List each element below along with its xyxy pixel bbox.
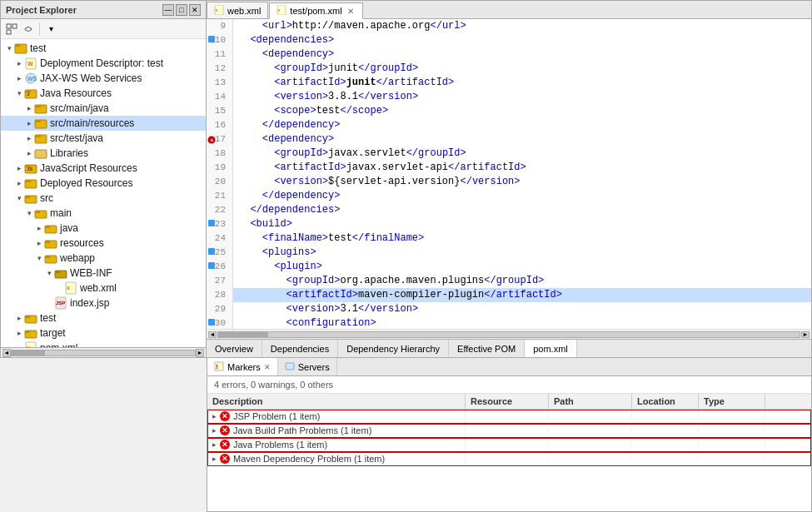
expand-java[interactable]: ▸ [34,224,44,232]
code-line-21: 21 </dependency> [207,189,811,203]
tab-test-pom[interactable]: x test/pom.xml ✕ [269,2,362,19]
tab-dependencies[interactable]: Dependencies [262,340,338,357]
tree-item-test-folder[interactable]: ▸ test [1,311,206,326]
line-content-27: <groupId>org.apache.maven.plugins</group… [233,274,811,288]
link-editor-button[interactable] [21,22,36,37]
expand-arrow-java[interactable]: ▸ [212,440,217,449]
tree-item-web-xml[interactable]: x web.xml [1,281,206,296]
line-content-25: <plugins> [233,246,811,260]
svg-rect-43 [25,331,30,333]
tree-item-index-jsp[interactable]: JSP index.jsp [1,296,206,311]
expand-arrow-jsp[interactable]: ▸ [212,412,217,420]
tree-item-src-main-resources[interactable]: ▸ src/main/resources [1,116,206,131]
editor-hscroll[interactable]: ◄ ► [207,329,811,339]
tree-item-pom-xml[interactable]: x pom.xml [1,341,206,347]
expand-libraries[interactable]: ▸ [24,149,34,157]
expand-java-resources[interactable]: ▾ [14,89,24,97]
expand-main[interactable]: ▾ [24,209,34,217]
tree-item-src-main-java[interactable]: ▸ src/main/java [1,101,206,116]
minimize-button[interactable]: — [162,4,174,16]
code-line-13: 13 <artifactId>junit</artifactId> [207,76,811,90]
hscroll-left-button[interactable]: ◄ [208,331,217,338]
tree-item-web-inf[interactable]: ▾ WEB-INF [1,266,206,281]
tab-pom-xml[interactable]: pom.xml [525,340,577,357]
svg-text:WS: WS [27,76,37,82]
tree-item-deployment[interactable]: ▸ W Deployment Descriptor: test [1,56,206,71]
tab-overview[interactable]: Overview [207,340,262,357]
expand-test[interactable]: ▾ [4,44,14,52]
tab-web-xml[interactable]: x web.xml [207,2,268,18]
maximize-button[interactable]: □ [176,4,187,16]
expand-src-test-java[interactable]: ▸ [24,134,34,142]
bottom-left-spacer [0,358,207,512]
error-row-maven[interactable]: ▸ ✕ Maven Dependency Problem (1 item) [207,452,811,466]
expand-javascript[interactable]: ▸ [14,164,24,172]
scroll-left-button[interactable]: ◄ [2,349,11,357]
expand-arrow-buildpath[interactable]: ▸ [212,426,217,435]
tree-item-libraries[interactable]: ▸ Libraries [1,146,206,161]
expand-webapp[interactable]: ▾ [34,254,44,262]
code-line-20: 20 <version>${servlet-api.version}</vers… [207,175,811,189]
markers-close-icon[interactable]: ✕ [264,363,271,371]
close-tab-button[interactable]: ✕ [346,6,356,16]
code-line-12: 12 <groupId>junit</groupId> [207,62,811,76]
tree-item-java[interactable]: ▸ java [1,221,206,236]
col-resource: Resource [466,394,549,409]
javascript-icon: JS [24,162,37,175]
expand-jaxws[interactable]: ▸ [14,74,24,82]
expand-deployment[interactable]: ▸ [14,59,24,67]
error-path-maven [549,457,632,460]
panel-toolbar: ▾ [1,19,206,39]
close-button[interactable]: ✕ [189,4,201,16]
expand-src-main-resources[interactable]: ▸ [24,119,34,127]
tree-item-javascript[interactable]: ▸ JS JavaScript Resources [1,161,206,176]
code-line-16: 16 </dependency> [207,118,811,132]
code-editor[interactable]: 9 <url>http://maven.apache.org</url> 10 … [207,19,811,329]
tree-item-test[interactable]: ▾ test [1,41,206,56]
svg-rect-0 [7,24,11,28]
svg-rect-17 [35,135,41,137]
tree-item-deployed[interactable]: ▸ Deployed Resources [1,176,206,191]
tree-label-test-folder: test [40,312,56,324]
tree-label-src-main-java: src/main/java [50,102,109,114]
tree-item-main[interactable]: ▾ main [1,206,206,221]
line-content-11: <dependency> [233,47,811,62]
expand-target[interactable]: ▸ [14,329,24,337]
error-location-maven [632,457,699,460]
collapse-all-button[interactable] [4,22,19,37]
left-scrollbar[interactable]: ◄ ► [1,347,206,357]
tree-item-src[interactable]: ▾ src [1,191,206,206]
expand-arrow-maven[interactable]: ▸ [212,455,217,463]
view-menu-button[interactable]: ▾ [43,22,58,37]
expand-resources[interactable]: ▸ [34,239,44,247]
markers-tab[interactable]: ! Markers ✕ [207,358,278,375]
hscroll-thumb[interactable] [218,332,268,337]
scroll-right-button[interactable]: ► [196,349,204,357]
tree-item-src-test-java[interactable]: ▸ src/test/java [1,131,206,146]
line-number-28: 28 [207,288,233,302]
code-line-9: 9 <url>http://maven.apache.org</url> [207,19,811,33]
error-row-java[interactable]: ▸ ✕ Java Problems (1 item) [207,438,811,452]
expand-deployed[interactable]: ▸ [14,179,24,187]
expand-src[interactable]: ▾ [14,194,24,202]
tree-item-java-resources[interactable]: ▾ J Java Resources [1,86,206,101]
tree-item-resources[interactable]: ▸ resources [1,236,206,251]
expand-src-main-java[interactable]: ▸ [24,104,34,112]
line-content-10: <dependencies> [233,33,811,47]
error-icon-java: ✕ [220,440,230,450]
tree-item-jaxws[interactable]: ▸ WS JAX-WS Web Services [1,71,206,86]
tab-dependency-hierarchy[interactable]: Dependency Hierarchy [338,340,449,357]
hscroll-right-button[interactable]: ► [801,331,810,338]
tab-effective-pom[interactable]: Effective POM [449,340,525,357]
error-location-buildpath [632,429,699,432]
error-row-jsp[interactable]: ▸ ✕ JSP Problem (1 item) [207,410,811,424]
servers-tab[interactable]: Servers [278,358,337,375]
hscroll-track[interactable] [217,331,800,338]
scrollbar-track[interactable] [11,350,196,356]
expand-test-folder[interactable]: ▸ [14,314,24,322]
scrollbar-thumb[interactable] [12,350,45,355]
expand-web-inf[interactable]: ▾ [44,269,54,277]
error-row-buildpath[interactable]: ▸ ✕ Java Build Path Problems (1 item) [207,424,811,438]
tree-item-target[interactable]: ▸ target [1,326,206,341]
tree-item-webapp[interactable]: ▾ webapp [1,251,206,266]
